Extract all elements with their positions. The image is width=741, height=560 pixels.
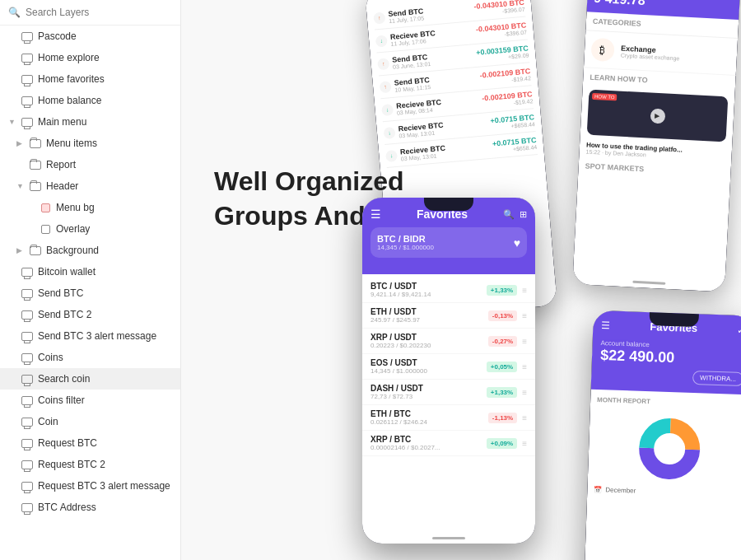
layer-type-icon (21, 265, 34, 278)
layer-type-icon (39, 201, 52, 214)
layer-item[interactable]: Menu bg (0, 197, 180, 218)
withdraw-button[interactable]: WITHDRA... (692, 371, 741, 386)
layer-item[interactable]: ▼Header (0, 175, 180, 197)
pair-price: 9,421.14 / $9,421.14 (370, 291, 487, 298)
pair-change: -0,13% (488, 310, 517, 321)
pair-price: 72,73 / $72.73 (370, 393, 487, 400)
search-bar[interactable]: 🔍 (0, 0, 180, 26)
pair-menu-icon[interactable]: ≡ (522, 388, 527, 397)
layer-label: Background (46, 245, 172, 256)
pair-change: -0,27% (488, 336, 517, 347)
pie-chart-area (588, 410, 741, 488)
pair-menu-icon[interactable]: ≡ (522, 413, 527, 422)
layer-label: Bitcoin wallet (38, 266, 172, 278)
layer-type-icon (21, 72, 34, 86)
layer-label: Pascode (38, 30, 172, 42)
layer-item[interactable]: Report (0, 154, 180, 175)
btc-pair: BTC / BIDR (377, 234, 434, 244)
layer-item[interactable]: Send BTC 3 alert message (0, 325, 180, 347)
layer-type-icon (29, 180, 42, 193)
pair-price: 0.026112 / $246.24 (370, 418, 488, 426)
layer-label: Coin (38, 416, 172, 427)
layer-item[interactable]: Request BTC 2 (0, 454, 180, 475)
layer-label: Header (46, 180, 172, 192)
fav-pair-item[interactable]: ETH / USDT 245.97 / $245.97 -0,13% ≡ (362, 303, 535, 329)
layer-item[interactable]: Pascode (0, 26, 180, 47)
layer-type-icon (21, 415, 34, 428)
layer-label: Home favorites (38, 73, 172, 85)
phones-area: ↑ Send BTC 11 July, 17:05 -0.043010 BTC … (346, 0, 741, 560)
phone4-screen: ☰ Favorites ✓ Account balance $22 490.00… (584, 310, 741, 560)
fav-pair-item[interactable]: EOS / USDT 14,345 / $1.000000 +0,05% ≡ (362, 354, 535, 380)
layer-item[interactable]: Search coin (0, 368, 180, 390)
layer-type-icon (21, 287, 34, 300)
layer-item[interactable]: Home explore (0, 47, 180, 68)
layer-label: Send BTC 2 (38, 309, 172, 320)
layer-item[interactable]: Home favorites (0, 68, 180, 90)
pair-name: DASH / USDT (370, 384, 487, 393)
video-card[interactable]: ▶ HOW TO (587, 90, 729, 142)
p4-checkmark-icon[interactable]: ✓ (737, 324, 741, 335)
layer-item[interactable]: Coins (0, 347, 180, 368)
layer-list: PascodeHome exploreHome favoritesHome ba… (0, 26, 180, 560)
layer-item[interactable]: Request BTC 3 alert message (0, 475, 180, 497)
chevron-icon: ▼ (16, 182, 25, 190)
layer-label: Request BTC (38, 437, 172, 449)
receive-icon: ↓ (385, 149, 398, 161)
layer-type-icon (21, 458, 34, 471)
search-input[interactable] (26, 7, 172, 18)
hamburger-icon[interactable]: ☰ (370, 208, 381, 221)
fav-pair-item[interactable]: XRP / BTC 0.00002146 / $0.2027... +0,09%… (362, 431, 535, 456)
btc-bidr-card[interactable]: BTC / BIDR 14,345 / $1.000000 ♥ (370, 227, 527, 258)
pair-name: XRP / USDT (370, 333, 488, 342)
pair-price: 245.97 / $245.97 (370, 316, 488, 324)
layer-item[interactable]: Send BTC (0, 282, 180, 304)
pair-menu-icon[interactable]: ≡ (522, 439, 527, 448)
pair-price: 0.20223 / $0.202230 (370, 342, 488, 349)
pair-menu-icon[interactable]: ≡ (522, 337, 527, 346)
layer-item[interactable]: BTC Address (0, 497, 180, 518)
fav-list: BTC / USDT 9,421.14 / $9,421.14 +1,33% ≡… (362, 274, 535, 460)
layer-item[interactable]: ▶Background (0, 240, 180, 261)
layer-type-icon (21, 115, 34, 128)
layer-type-icon (29, 137, 42, 150)
qr-icon[interactable]: ⊞ (520, 209, 527, 220)
layer-item[interactable]: Bitcoin wallet (0, 261, 180, 282)
btc-price: 14,345 / $1.000000 (377, 244, 434, 251)
category-icon: ₿ (590, 38, 614, 62)
layer-item[interactable]: ▼Main menu (0, 111, 180, 133)
layer-type-icon (21, 308, 34, 321)
pair-menu-icon[interactable]: ≡ (522, 362, 527, 371)
fav-pair-item[interactable]: DASH / USDT 72,73 / $72.73 +1,33% ≡ (362, 380, 535, 405)
pair-menu-icon[interactable]: ≡ (522, 311, 527, 320)
layer-item[interactable]: Request BTC (0, 432, 180, 454)
hamburger-icon[interactable]: ☰ (601, 320, 610, 331)
fav-pair-item[interactable]: XRP / USDT 0.20223 / $0.202230 -0,27% ≡ (362, 329, 535, 354)
calendar-label: December (605, 486, 636, 494)
pair-name: XRP / BTC (370, 435, 487, 444)
layer-label: Search coin (38, 373, 172, 385)
layer-label: Home explore (38, 52, 172, 63)
layer-item[interactable]: Home balance (0, 90, 180, 111)
pair-menu-icon[interactable]: ≡ (522, 286, 527, 295)
pair-change: +0,09% (487, 438, 517, 449)
send-icon: ↑ (380, 81, 392, 93)
chevron-icon: ▶ (16, 139, 25, 147)
phone3-screen: ← BTC / USDT ⊕ 9 419.78 CATEGORIES ₿ Exc… (572, 0, 741, 292)
layer-type-icon (21, 351, 34, 364)
heart-icon[interactable]: ♥ (514, 236, 520, 250)
layer-type-icon (29, 244, 42, 257)
phone-favorites: ☰ Favorites 🔍 ⊞ BTC / BIDR 14,345 / $1.0… (362, 198, 535, 544)
layer-item[interactable]: Coins filter (0, 390, 180, 411)
layer-item[interactable]: Overlay (0, 218, 180, 240)
layer-item[interactable]: ▶Menu items (0, 133, 180, 154)
search-icon[interactable]: 🔍 (503, 209, 515, 220)
play-button[interactable]: ▶ (650, 108, 665, 124)
fav-pair-item[interactable]: BTC / USDT 9,421.14 / $9,421.14 +1,33% ≡ (362, 278, 535, 303)
send-icon: ↑ (373, 12, 385, 24)
layer-item[interactable]: Coin (0, 411, 180, 432)
fav-pair-item[interactable]: ETH / BTC 0.026112 / $246.24 -1,13% ≡ (362, 405, 535, 431)
pie-chart (635, 415, 703, 483)
layer-type-icon (21, 372, 34, 385)
layer-item[interactable]: Send BTC 2 (0, 304, 180, 325)
